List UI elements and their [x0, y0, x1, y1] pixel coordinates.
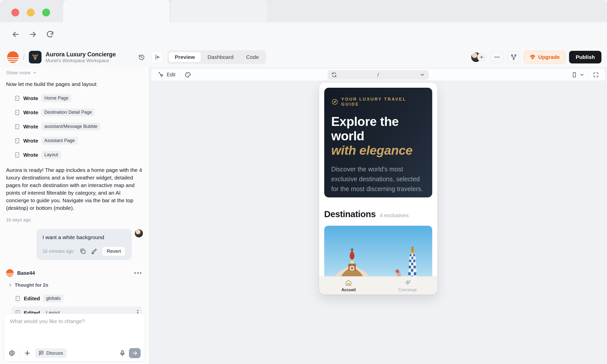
message-timestamp: 16 days ago — [6, 217, 143, 223]
collaborators: + — [471, 51, 487, 63]
compass-icon — [331, 98, 338, 105]
tab-dashboard[interactable]: Dashboard — [201, 52, 240, 62]
agent-menu-icon[interactable] — [134, 272, 143, 274]
breadcrumb-slash: / — [23, 53, 25, 61]
preview-panel: Edit / — [149, 67, 607, 364]
thought-label: Thought for 2s — [15, 282, 48, 288]
edit-mode-button[interactable]: Edit — [158, 72, 175, 78]
tab-preview[interactable]: Preview — [169, 52, 201, 62]
minimize-window-button[interactable] — [27, 9, 35, 16]
toolbar-divider — [180, 72, 180, 78]
assistant-summary-text: Aurora is ready! The app includes a home… — [6, 166, 144, 212]
base44-logo[interactable] — [7, 51, 19, 63]
collapse-sidebar-button[interactable] — [151, 51, 163, 63]
upgrade-label: Upgrade — [538, 54, 560, 60]
more-options-button[interactable] — [490, 51, 504, 63]
theme-palette-icon[interactable] — [185, 72, 191, 78]
wrote-row[interactable]: Wrote assistant/Message Bubble — [12, 121, 143, 132]
preview-toolbar: Edit / — [151, 69, 605, 81]
fullscreen-icon[interactable] — [593, 72, 599, 78]
destinations-title: Destinations — [324, 209, 376, 219]
file-chip[interactable]: Layout — [41, 151, 61, 159]
browser-window: www.myapp.com / Aurora Luxury Concierge … — [0, 0, 607, 364]
browser-toolbar: www.myapp.com — [0, 22, 607, 47]
route-chevron-icon[interactable] — [420, 72, 425, 78]
discuss-mode-button[interactable]: Discuss — [35, 348, 67, 358]
nav-item-accueil[interactable]: Accueil — [319, 277, 378, 294]
revert-button[interactable]: Revert — [102, 246, 126, 256]
composer-toolbar: Discuss — [8, 348, 141, 358]
app-icon[interactable] — [29, 51, 41, 63]
back-icon[interactable] — [10, 28, 22, 40]
hero-card: YOUR LUXURY TRAVEL GUIDE Explore the wor… — [324, 88, 432, 197]
route-selector[interactable]: / — [328, 70, 429, 80]
file-icon — [14, 124, 20, 130]
hero-description: Discover the world's most exclusive dest… — [331, 164, 425, 194]
microphone-icon[interactable] — [119, 350, 126, 357]
file-chip[interactable]: Home Page — [41, 94, 71, 102]
github-fork-icon[interactable] — [507, 51, 520, 63]
refresh-icon[interactable] — [331, 72, 337, 78]
preview-canvas: YOUR LUXURY TRAVEL GUIDE Explore the wor… — [149, 81, 607, 364]
show-more-toggle[interactable]: Show more — [6, 70, 143, 76]
edited-row[interactable]: Edited globals — [12, 292, 143, 305]
wrote-action: Wrote — [23, 138, 38, 144]
attach-plus-icon[interactable] — [24, 350, 31, 357]
discuss-label: Discuss — [46, 350, 63, 356]
phone-bottom-nav: Accueil Concierge — [319, 276, 437, 294]
edit-label: Edit — [167, 72, 175, 78]
wrote-row[interactable]: Wrote Assistant Page — [12, 135, 143, 146]
file-chip[interactable]: Assistant Page — [41, 137, 78, 145]
destinations-count: 4 exclusives — [380, 212, 409, 218]
wrote-action: Wrote — [23, 124, 38, 130]
chat-composer: Discuss — [4, 313, 145, 361]
route-path: / — [328, 72, 429, 78]
send-arrow-icon — [132, 350, 138, 356]
destinations-header: Destinations 4 exclusives — [324, 209, 432, 219]
user-message-text: I want a white background — [42, 234, 126, 240]
file-icon — [14, 95, 20, 101]
file-icon — [14, 109, 20, 116]
upgrade-button[interactable]: Upgrade — [524, 51, 566, 63]
app-body: Show more Now let me build the pages and… — [0, 67, 607, 364]
chevron-down-icon — [579, 72, 584, 77]
wrote-row[interactable]: Wrote Layout — [12, 149, 143, 160]
zoom-window-button[interactable] — [42, 9, 50, 16]
invite-button[interactable]: + — [477, 53, 486, 61]
file-chip[interactable]: Destination Detail Page — [41, 108, 95, 116]
view-tabs: Preview Dashboard Code — [167, 50, 266, 64]
tab-code[interactable]: Code — [240, 52, 265, 62]
thought-toggle[interactable]: Thought for 2s — [6, 282, 143, 288]
browser-tab-strip — [0, 0, 607, 22]
nav-item-concierge[interactable]: Concierge — [378, 277, 437, 294]
hero-title-line-gold: with elegance — [331, 143, 425, 158]
publish-button[interactable]: Publish — [569, 51, 601, 63]
forward-icon[interactable] — [27, 28, 39, 40]
close-window-button[interactable] — [11, 9, 19, 16]
wrote-action: Wrote — [23, 152, 38, 158]
home-icon — [345, 279, 352, 286]
workspace-name: Muriel's Workspace Workspace — [46, 58, 116, 63]
hero-title-line: Explore the — [331, 115, 425, 129]
browser-tab-inactive[interactable] — [171, 0, 267, 22]
composer-input[interactable] — [10, 318, 139, 344]
message-time: 16 minutes ago — [42, 249, 74, 254]
hero-tagline: YOUR LUXURY TRAVEL GUIDE — [331, 97, 425, 107]
wrote-row[interactable]: Wrote Home Page — [12, 93, 143, 104]
chevron-down-icon — [32, 71, 37, 75]
phone-preview: YOUR LUXURY TRAVEL GUIDE Explore the wor… — [319, 83, 437, 294]
edit-pencil-icon[interactable] — [91, 248, 97, 255]
chat-sidebar: Show more Now let me build the pages and… — [0, 67, 149, 364]
file-chip[interactable]: assistant/Message Bubble — [41, 123, 100, 130]
copy-icon[interactable] — [80, 248, 86, 255]
settings-gear-icon[interactable] — [8, 350, 15, 357]
send-button[interactable] — [129, 348, 141, 358]
browser-tab-active[interactable] — [63, 0, 169, 22]
cursor-select-icon — [158, 72, 164, 78]
reload-icon[interactable] — [44, 28, 56, 40]
wrote-row[interactable]: Wrote Destination Detail Page — [12, 107, 143, 118]
file-icon — [14, 152, 20, 158]
file-chip[interactable]: globals — [43, 294, 63, 302]
history-icon[interactable] — [136, 52, 147, 63]
device-selector[interactable] — [571, 72, 584, 78]
